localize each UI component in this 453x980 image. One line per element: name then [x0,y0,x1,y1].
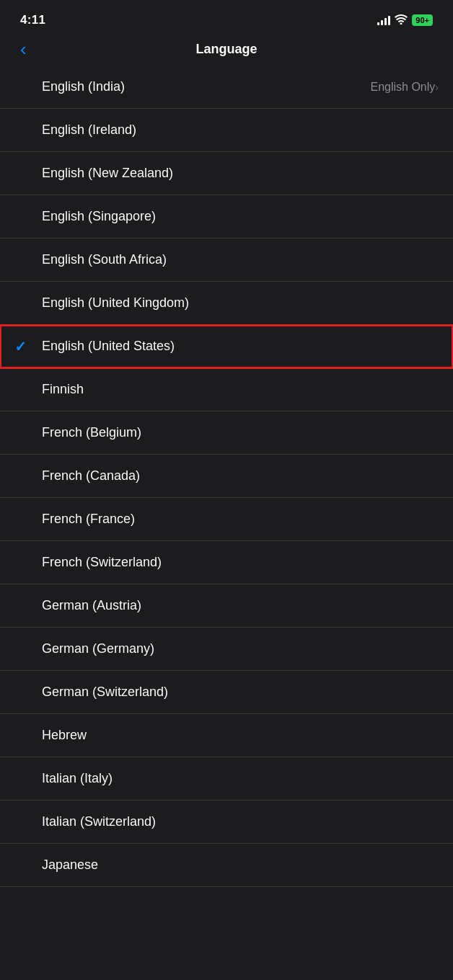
language-label: Finnish [42,382,439,397]
language-label: English (United States) [42,339,439,354]
list-item-finnish[interactable]: Finnish [0,368,453,411]
list-item-english-ireland[interactable]: English (Ireland) [0,109,453,152]
list-item-hebrew[interactable]: Hebrew [0,714,453,757]
battery-icon: 90+ [412,14,433,26]
language-label: Hebrew [42,728,439,743]
language-label: English (New Zealand) [42,166,439,181]
language-list: English (India)English Only›English (Ire… [0,66,453,887]
language-label: German (Germany) [42,641,439,656]
language-label: English (India) [42,79,371,94]
back-button[interactable]: ‹ [14,35,32,63]
list-item-english-us[interactable]: ✓English (United States) [0,325,453,368]
list-item-french-france[interactable]: French (France) [0,498,453,541]
back-icon: ‹ [20,38,27,61]
nav-bar: ‹ Language [0,36,453,66]
language-label: German (Austria) [42,598,439,613]
list-item-french-canada[interactable]: French (Canada) [0,455,453,498]
list-item-english-new-zealand[interactable]: English (New Zealand) [0,152,453,195]
list-item-english-south-africa[interactable]: English (South Africa) [0,239,453,282]
language-label: English (United Kingdom) [42,295,439,311]
language-label: French (France) [42,512,439,527]
language-label: German (Switzerland) [42,685,439,700]
list-item-italian-italy[interactable]: Italian (Italy) [0,757,453,801]
list-item-german-austria[interactable]: German (Austria) [0,584,453,628]
language-label: Italian (Italy) [42,771,439,786]
language-label: Japanese [42,858,439,873]
status-time: 4:11 [20,13,45,27]
wifi-icon [395,14,408,27]
page-title: Language [195,42,257,57]
status-icons: 90+ [377,14,433,27]
list-item-english-singapore[interactable]: English (Singapore) [0,195,453,239]
language-label: English (Singapore) [42,209,439,224]
list-item-german-germany[interactable]: German (Germany) [0,628,453,671]
checkmark-icon: ✓ [14,338,32,355]
language-label: English (Ireland) [42,122,439,138]
signal-icon [377,15,390,25]
language-label: Italian (Switzerland) [42,814,439,829]
list-item-english-uk[interactable]: English (United Kingdom) [0,282,453,325]
language-sublabel: English Only [371,81,436,94]
list-item-french-belgium[interactable]: French (Belgium) [0,411,453,455]
list-item-english-india[interactable]: English (India)English Only› [0,66,453,109]
language-label: French (Canada) [42,468,439,484]
language-label: French (Belgium) [42,425,439,440]
chevron-icon: › [435,81,439,93]
language-label: French (Switzerland) [42,555,439,570]
list-item-italian-switzerland[interactable]: Italian (Switzerland) [0,801,453,844]
list-item-french-switzerland[interactable]: French (Switzerland) [0,541,453,584]
language-label: English (South Africa) [42,252,439,267]
list-item-german-switzerland[interactable]: German (Switzerland) [0,671,453,714]
list-item-japanese[interactable]: Japanese [0,844,453,887]
status-bar: 4:11 90+ [0,0,453,36]
